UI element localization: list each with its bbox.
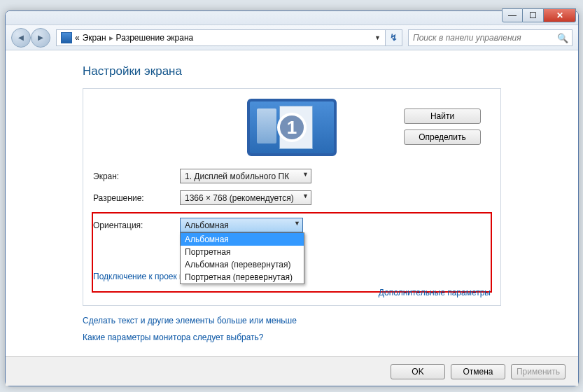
screen-value: 1. Дисплей мобильного ПК xyxy=(185,172,289,181)
monitor-number-badge: 1 xyxy=(277,113,307,142)
orientation-option[interactable]: Портретная (перевернутая) xyxy=(181,271,304,284)
screen-select[interactable]: 1. Дисплей мобильного ПК ▼ xyxy=(180,169,311,183)
monitor-help-link[interactable]: Какие параметры монитора следует выбрать… xyxy=(83,332,501,342)
close-button[interactable]: ✕ xyxy=(544,8,576,22)
resolution-value: 1366 × 768 (рекомендуется) xyxy=(185,193,294,203)
chevron-down-icon: ▼ xyxy=(302,192,309,200)
apply-button[interactable]: Применить xyxy=(511,364,566,379)
resolution-row: Разрешение: 1366 × 768 (рекомендуется) ▼ xyxy=(93,190,491,205)
nav-forward-button[interactable]: ► xyxy=(31,28,50,48)
settings-panel: 1 Найти Определить Экран: 1. Дисплей моб… xyxy=(83,88,501,306)
chevron-down-icon: ▼ xyxy=(294,220,300,227)
orientation-option[interactable]: Портретная xyxy=(181,246,304,258)
resolution-select[interactable]: 1366 × 768 (рекомендуется) ▼ xyxy=(180,190,311,205)
screen-label: Экран: xyxy=(93,172,180,181)
help-links: Сделать текст и другие элементы больше и… xyxy=(83,316,501,342)
search-input[interactable] xyxy=(409,30,556,46)
chevron-right-icon: ▸ xyxy=(109,33,113,43)
refresh-button[interactable]: ↯ xyxy=(386,29,402,46)
titlebar[interactable]: — ☐ ✕ xyxy=(6,11,578,25)
monitor-preview[interactable]: 1 xyxy=(247,99,337,156)
search-box[interactable]: 🔍 xyxy=(408,29,573,46)
ok-button[interactable]: OK xyxy=(391,364,445,379)
orientation-value: Альбомная xyxy=(185,220,229,230)
orientation-option[interactable]: Альбомная (перевернутая) xyxy=(181,258,304,271)
orientation-select[interactable]: Альбомная ▼ АльбомнаяПортретнаяАльбомная… xyxy=(180,218,303,232)
chevron-down-icon: ▼ xyxy=(302,171,309,178)
orientation-label: Ориентация: xyxy=(93,220,180,230)
search-icon[interactable]: 🔍 xyxy=(557,33,568,43)
content-area: Настройки экрана 1 Найти Определить Экра… xyxy=(6,50,578,342)
breadcrumb[interactable]: « Экран ▸ Разрешение экрана ▼ xyxy=(56,29,386,46)
breadcrumb-prefix: « xyxy=(75,33,80,43)
breadcrumb-item[interactable]: Экран xyxy=(83,33,106,43)
screen-row: Экран: 1. Дисплей мобильного ПК ▼ xyxy=(93,169,491,183)
control-panel-icon xyxy=(61,32,72,43)
breadcrumb-dropdown-icon[interactable]: ▼ xyxy=(374,34,381,41)
text-size-link[interactable]: Сделать текст и другие элементы больше и… xyxy=(83,316,501,326)
preview-side-buttons: Найти Определить xyxy=(404,108,481,145)
orientation-option[interactable]: Альбомная xyxy=(181,233,304,246)
minimize-button[interactable]: — xyxy=(502,8,523,22)
maximize-button[interactable]: ☐ xyxy=(523,8,544,22)
find-button[interactable]: Найти xyxy=(404,108,481,124)
identify-button[interactable]: Определить xyxy=(404,130,481,145)
projector-link[interactable]: Подключение к проек xyxy=(93,272,177,281)
breadcrumb-item[interactable]: Разрешение экрана xyxy=(116,33,194,43)
display-settings-window: — ☐ ✕ ◄ ► « Экран ▸ Разрешение экрана ▼ … xyxy=(5,10,579,386)
toolbar: ◄ ► « Экран ▸ Разрешение экрана ▼ ↯ 🔍 xyxy=(6,25,578,50)
monitor-preview-row: 1 Найти Определить xyxy=(93,99,491,156)
cancel-button[interactable]: Отмена xyxy=(451,364,505,379)
nav-back-button[interactable]: ◄ xyxy=(11,28,31,48)
orientation-highlighted-section: Ориентация: Альбомная ▼ АльбомнаяПортрет… xyxy=(92,212,492,293)
dialog-button-bar: OK Отмена Применить xyxy=(6,356,578,386)
window-controls: — ☐ ✕ xyxy=(502,8,576,22)
advanced-parameters-link[interactable]: Дополнительные параметры xyxy=(379,288,491,298)
page-title: Настройки экрана xyxy=(83,64,501,78)
resolution-label: Разрешение: xyxy=(93,193,180,203)
orientation-dropdown: АльбомнаяПортретнаяАльбомная (перевернут… xyxy=(180,232,304,284)
